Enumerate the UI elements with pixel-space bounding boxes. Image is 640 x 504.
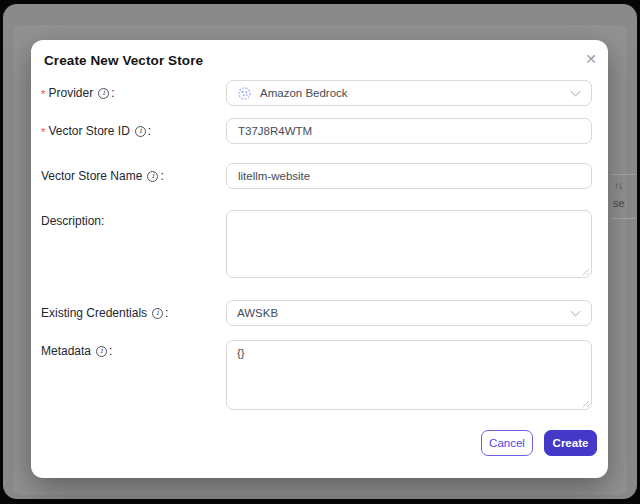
provider-label: * Provider i :: [41, 86, 115, 100]
vector-store-name-field-wrap: [226, 163, 592, 189]
info-icon[interactable]: i: [135, 126, 146, 137]
modal-title: Create New Vector Store: [44, 53, 203, 68]
background-table-divider: [611, 218, 635, 219]
provider-selected-value: Amazon Bedrock: [260, 87, 348, 99]
vector-store-id-field-wrap: [226, 118, 592, 144]
metadata-textarea[interactable]: {}: [227, 341, 591, 409]
existing-credentials-selected-value: AWSKB: [237, 307, 278, 319]
create-button[interactable]: Create: [544, 430, 597, 456]
create-vector-store-modal: Create New Vector Store ✕ * Provider i :…: [31, 40, 608, 478]
info-icon[interactable]: i: [147, 171, 158, 182]
vector-store-id-input[interactable]: [227, 119, 591, 143]
close-icon[interactable]: ✕: [580, 48, 602, 70]
vector-store-id-label: * Vector Store ID i :: [41, 124, 151, 138]
description-textarea[interactable]: [227, 211, 591, 277]
required-asterisk: *: [41, 88, 45, 100]
info-icon[interactable]: i: [152, 308, 163, 319]
metadata-label: Metadata i :: [41, 344, 112, 358]
existing-credentials-label: Existing Credentials i :: [41, 306, 168, 320]
vector-store-name-label: Vector Store Name i :: [41, 169, 164, 183]
amazon-bedrock-icon: [237, 86, 252, 101]
existing-credentials-select[interactable]: AWSKB: [226, 300, 592, 326]
cancel-button[interactable]: Cancel: [481, 430, 533, 456]
info-icon[interactable]: i: [98, 88, 109, 99]
description-label: Description :: [41, 214, 104, 228]
sort-icon: ↑↓: [614, 180, 622, 191]
info-icon[interactable]: i: [96, 346, 107, 357]
description-field-wrap: [226, 210, 592, 278]
required-asterisk: *: [41, 126, 45, 138]
background-table-divider: [611, 174, 635, 175]
screen: ↑↓ se Create New Vector Store ✕ * Provid…: [0, 0, 640, 504]
metadata-field-wrap: {}: [226, 340, 592, 410]
provider-select[interactable]: Amazon Bedrock: [226, 80, 592, 106]
vector-store-name-input[interactable]: [227, 164, 591, 188]
background-partial-text: se: [613, 197, 625, 209]
